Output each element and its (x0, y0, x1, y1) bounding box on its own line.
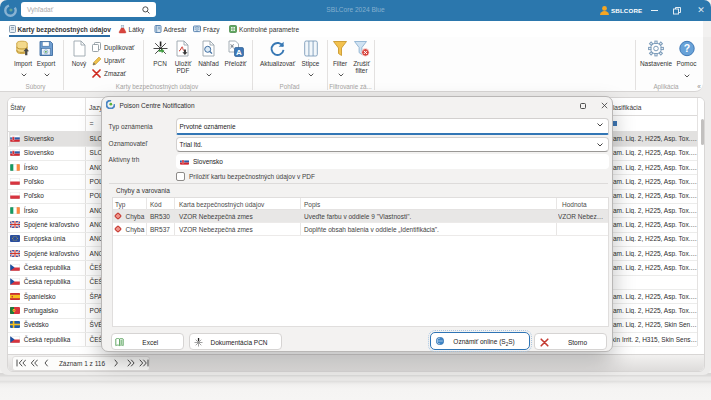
svg-text:?: ? (683, 42, 689, 54)
svg-text:A: A (236, 48, 242, 57)
